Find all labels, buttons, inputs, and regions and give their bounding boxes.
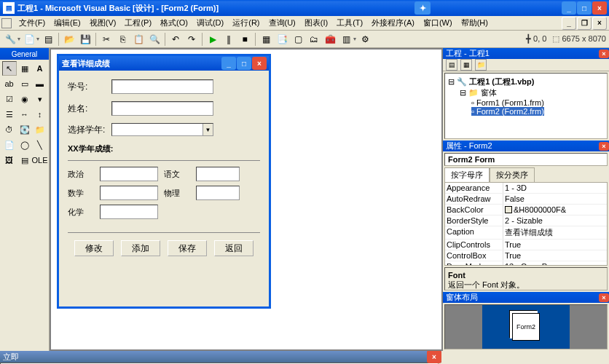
object-browser-button[interactable]: 🗂 [307, 32, 321, 47]
data-view-button[interactable]: ▥ [339, 32, 353, 47]
find-button[interactable]: 🔍 [147, 32, 162, 47]
maximize-button[interactable]: □ [577, 1, 592, 15]
menu-query[interactable]: 查询(U) [264, 16, 300, 30]
immediate-close-button[interactable]: × [427, 350, 441, 363]
tab-categorized[interactable]: 按分类序 [490, 167, 535, 182]
pause-button[interactable]: ‖ [221, 32, 236, 47]
run-button[interactable]: ▶ [205, 32, 220, 47]
modify-button[interactable]: 修改 [74, 240, 114, 256]
menu-help[interactable]: 帮助(H) [457, 16, 492, 30]
project-tree[interactable]: ⊟ 🔧 工程1 (工程1.vbp) ⊟ 📁 窗体 ▫ Form1 (Form1.… [444, 73, 608, 139]
filelistbox-tool[interactable]: 📄 [2, 138, 17, 152]
textbox-tool[interactable]: ab [2, 76, 17, 91]
project-explorer-button[interactable]: ▦ [259, 32, 273, 47]
combobox-tool[interactable]: ▾ [33, 92, 47, 106]
form-designer-canvas[interactable]: 查看详细成绩 _ □ × 学号: 姓名: 选择学年:▼ XX学年成绩: 政治 [50, 48, 443, 351]
chinese-input[interactable] [196, 167, 240, 181]
forms-folder[interactable]: ⊟ 📁 窗体 [460, 87, 604, 98]
properties-grid[interactable]: Appearance1 - 3DAutoRedrawFalseBackColor… [444, 182, 608, 266]
vscrollbar-tool[interactable]: ↕ [33, 107, 47, 122]
minimize-button[interactable]: _ [562, 1, 576, 15]
add-project-button[interactable]: 🔧 [3, 32, 17, 47]
property-row[interactable]: Caption查看详细成绩 [445, 226, 607, 240]
form-layout-panel[interactable]: Form2 [444, 304, 608, 349]
form-maximize-button[interactable]: □ [237, 57, 251, 70]
physics-input[interactable] [196, 186, 240, 200]
project-root[interactable]: ⊟ 🔧 工程1 (工程1.vbp) [448, 76, 604, 87]
undo-button[interactable]: ↶ [168, 32, 183, 47]
chevron-down-icon[interactable]: ▼ [203, 124, 213, 135]
menu-project[interactable]: 工程(P) [120, 16, 156, 30]
line-tool[interactable]: ╲ [33, 138, 47, 152]
ole-tool[interactable]: OLE [33, 153, 47, 167]
menu-edit[interactable]: 编辑(E) [50, 16, 85, 30]
math-input[interactable] [100, 186, 158, 200]
menu-debug[interactable]: 调试(D) [192, 16, 228, 30]
menu-file[interactable]: 文件(F) [15, 16, 50, 30]
view-code-button[interactable]: ▤ [446, 59, 457, 71]
properties-button[interactable]: 📑 [275, 32, 289, 47]
menu-window[interactable]: 窗口(W) [419, 16, 457, 30]
layout-close-button[interactable]: × [599, 293, 609, 302]
menu-run[interactable]: 运行(R) [228, 16, 264, 30]
back-button[interactable]: 返回 [214, 240, 254, 256]
menu-diagram[interactable]: 图表(I) [300, 16, 332, 30]
checkbox-tool[interactable]: ☑ [2, 92, 17, 106]
mdi-close-button[interactable]: × [592, 17, 607, 30]
add-form-button[interactable]: 📄 [22, 32, 36, 47]
save-form-button[interactable]: 保存 [168, 240, 207, 256]
toggle-folders-button[interactable]: 📁 [475, 59, 487, 71]
open-button[interactable]: 📂 [62, 32, 76, 47]
paste-button[interactable]: 📋 [131, 32, 146, 47]
property-row[interactable]: DrawMode13 - Copy Pen [445, 261, 607, 266]
form1-node[interactable]: ▫ Form1 (Form1.frm) [471, 98, 604, 107]
name-input[interactable] [111, 101, 213, 116]
save-button[interactable]: 💾 [78, 32, 93, 47]
menu-format[interactable]: 格式(O) [156, 16, 192, 30]
object-selector[interactable]: Form2 Form [444, 153, 608, 166]
toolbox-button[interactable]: 🧰 [323, 32, 337, 47]
copy-button[interactable]: ⎘ [115, 32, 130, 47]
menu-addins[interactable]: 外接程序(A) [367, 16, 419, 30]
project-close-button[interactable]: × [599, 50, 609, 58]
form2-window[interactable]: 查看详细成绩 _ □ × 学号: 姓名: 选择学年:▼ XX学年成绩: 政治 [57, 54, 271, 309]
property-row[interactable]: BackColor&H8000000F& [445, 205, 607, 215]
mdi-restore-button[interactable]: ❐ [577, 17, 592, 30]
hscrollbar-tool[interactable]: ↔ [17, 107, 32, 122]
property-row[interactable]: AutoRedrawFalse [445, 194, 607, 205]
cut-button[interactable]: ✂ [99, 32, 114, 47]
shape-tool[interactable]: ◯ [17, 138, 32, 152]
label-tool[interactable]: A [33, 61, 47, 76]
form-minimize-button[interactable]: _ [221, 57, 236, 70]
id-input[interactable] [111, 79, 213, 94]
menu-view[interactable]: 视图(V) [85, 16, 121, 30]
timer-tool[interactable]: ⏱ [2, 122, 17, 137]
property-row[interactable]: ClipControlsTrue [445, 240, 607, 250]
dirlistbox-tool[interactable]: 📁 [33, 122, 47, 137]
property-row[interactable]: Appearance1 - 3D [445, 183, 607, 194]
optionbutton-tool[interactable]: ◉ [17, 92, 32, 106]
property-row[interactable]: BorderStyle2 - Sizable [445, 215, 607, 226]
close-button[interactable]: × [592, 1, 607, 15]
listbox-tool[interactable]: ☰ [2, 107, 17, 122]
help-icon[interactable]: ✦ [414, 1, 431, 15]
form2-node[interactable]: ▫ Form2 (Form2.frm) [471, 107, 544, 116]
chem-input[interactable] [100, 205, 158, 219]
picturebox-tool[interactable]: ▦ [17, 61, 32, 76]
properties-close-button[interactable]: × [599, 142, 609, 151]
menu-tools[interactable]: 工具(T) [332, 16, 367, 30]
year-select[interactable]: ▼ [111, 123, 213, 136]
drivelistbox-tool[interactable]: 💽 [17, 122, 32, 137]
tab-alphabetic[interactable]: 按字母序 [444, 167, 490, 182]
menu-editor-button[interactable]: ▤ [41, 32, 55, 47]
redo-button[interactable]: ↷ [184, 32, 199, 47]
form-layout-button[interactable]: ▢ [291, 32, 305, 47]
politics-input[interactable] [100, 167, 158, 181]
pointer-tool[interactable]: ↖ [2, 61, 17, 76]
frame-tool[interactable]: ▭ [17, 76, 32, 91]
view-object-button[interactable]: ▦ [460, 59, 472, 71]
mdi-minimize-button[interactable]: _ [562, 17, 576, 30]
layout-form-icon[interactable]: Form2 [512, 313, 540, 341]
stop-button[interactable]: ■ [237, 32, 252, 47]
image-tool[interactable]: 🖼 [2, 153, 17, 167]
